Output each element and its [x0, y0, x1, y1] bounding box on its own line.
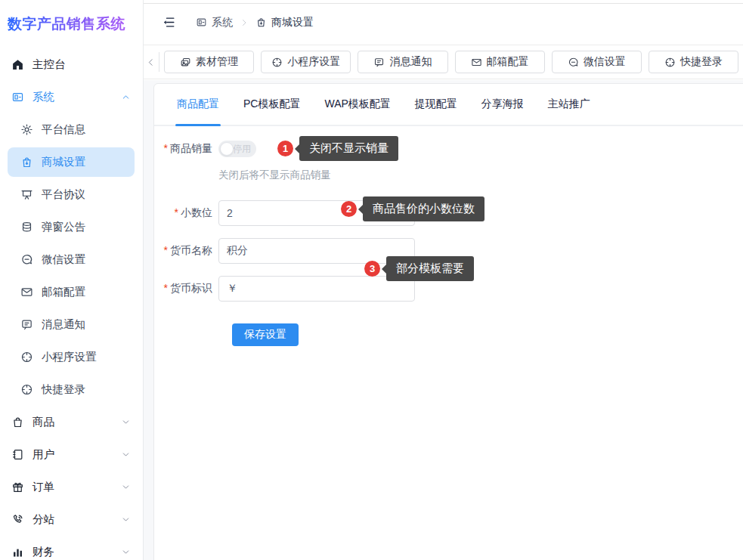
sidebar-item-console[interactable]: 主控台: [0, 48, 143, 81]
globe-icon: [664, 57, 676, 68]
divider: [159, 52, 159, 72]
sidebar-item-miniprogram-settings[interactable]: 小程序设置: [0, 341, 143, 373]
sidebar-item-goods[interactable]: 商品: [0, 406, 143, 438]
currency-name-input[interactable]: [218, 238, 415, 264]
mail-icon: [20, 286, 33, 299]
guide-tooltip-2: 商品售价的小数位数: [363, 196, 484, 221]
tab-pc-template[interactable]: PC模板配置: [243, 84, 300, 125]
sidebar-item-wechat-settings[interactable]: 微信设置: [0, 243, 143, 276]
sidebar-item-label: 商城设置: [42, 155, 85, 169]
sidebar-item-users[interactable]: 用户: [0, 438, 143, 471]
sidebar-item-email-config[interactable]: 邮箱配置: [0, 276, 143, 308]
field-label: *货币名称: [154, 244, 212, 258]
chevron-down-icon: [121, 515, 131, 524]
breadcrumb: 系统 商城设置: [196, 16, 314, 29]
breadcrumb-item-system[interactable]: 系统: [196, 16, 233, 29]
board-icon: [20, 188, 33, 202]
toggle-state-label: 停用: [233, 143, 251, 156]
tab-share-poster[interactable]: 分享海报: [481, 84, 524, 125]
required-asterisk: *: [175, 206, 178, 218]
gear-icon: [20, 123, 33, 137]
guide-step-badge-2: 2: [341, 201, 357, 217]
sidebar-item-label: 主控台: [33, 57, 66, 72]
image-icon: [180, 57, 191, 68]
shop-bag-icon: [20, 156, 33, 169]
currency-symbol-input[interactable]: [218, 276, 415, 302]
tab-wap-template[interactable]: WAP模板配置: [324, 84, 390, 125]
guide-tooltip-3: 部分模板需要: [386, 256, 474, 281]
sidebar-item-label: 消息通知: [42, 317, 85, 332]
globe-icon: [20, 383, 33, 397]
tab-main-site-promo[interactable]: 主站推广: [548, 84, 590, 125]
content-area: 商品配置 PC模板配置 WAP模板配置 提现配置 分享海报 主站推广 *商品销量: [144, 80, 743, 560]
app-title: 数字产品销售系统: [8, 14, 125, 34]
sidebar-item-mall-settings[interactable]: 商城设置: [8, 147, 135, 177]
sidebar-item-orders[interactable]: 订单: [0, 471, 143, 503]
save-settings-button[interactable]: 保存设置: [232, 323, 299, 346]
breadcrumb-item-mall-settings[interactable]: 商城设置: [255, 16, 314, 29]
app-logo: 数字产品销售系统: [0, 0, 143, 48]
sidebar-item-platform-agreement[interactable]: 平台协议: [0, 178, 143, 211]
sidebar-item-label: 系统: [33, 90, 54, 104]
sales-toggle[interactable]: 停用: [218, 141, 256, 157]
gift-icon: [11, 481, 24, 494]
chevron-up-icon: [121, 92, 131, 102]
sidebar-item-label: 财务: [33, 545, 54, 559]
main-area: 系统 商城设置 素材管理 小程序设置 消息通知 邮箱配置: [144, 0, 743, 560]
tag-message-notify[interactable]: 消息通知: [358, 51, 447, 73]
field-row-currency-symbol: *货币标识: [154, 276, 415, 302]
tag-wechat-settings[interactable]: 微信设置: [552, 51, 642, 73]
sidebar-item-branch[interactable]: 分站: [0, 503, 143, 536]
guide-step-badge-1: 1: [277, 141, 293, 156]
toggle-knob: [220, 142, 234, 156]
sidebar-item-label: 弹窗公告: [42, 220, 85, 234]
sales-help-text: 关闭后将不显示商品销量: [218, 169, 331, 182]
app-window: 数字产品销售系统 主控台 系统 平台信息 商城设置 平台协议 弹窗公告: [0, 0, 743, 560]
chevron-down-icon: [121, 547, 131, 557]
chat-icon: [20, 253, 33, 267]
header-bar: 系统 商城设置: [144, 0, 743, 45]
sidebar-item-label: 用户: [33, 447, 54, 462]
chat-icon: [568, 57, 579, 68]
notebook-icon: [11, 448, 24, 462]
chevron-down-icon: [121, 450, 131, 459]
sidebar-item-label: 商品: [33, 415, 54, 429]
tab-goods-config[interactable]: 商品配置: [177, 84, 219, 125]
tag-email-config[interactable]: 邮箱配置: [455, 51, 545, 73]
field-label: *货币标识: [154, 282, 212, 295]
sidebar-item-label: 订单: [33, 480, 54, 494]
sidebar-item-finance[interactable]: 财务: [0, 536, 143, 560]
tab-withdraw-config[interactable]: 提现配置: [415, 84, 457, 125]
sidebar-item-label: 平台信息: [42, 122, 85, 137]
quick-tag-bar: 素材管理 小程序设置 消息通知 邮箱配置 微信设置 快捷登录: [144, 45, 743, 79]
settings-tabs: 商品配置 PC模板配置 WAP模板配置 提现配置 分享海报 主站推广: [154, 84, 743, 126]
sidebar-item-quick-login[interactable]: 快捷登录: [0, 373, 143, 406]
chevron-down-icon: [121, 482, 131, 492]
sidebar-item-platform-info[interactable]: 平台信息: [0, 113, 143, 146]
sidebar-item-message-notify[interactable]: 消息通知: [0, 308, 143, 341]
required-asterisk: *: [164, 142, 168, 154]
sidebar-item-system[interactable]: 系统: [0, 81, 143, 113]
settings-card: 商品配置 PC模板配置 WAP模板配置 提现配置 分享海报 主站推广 *商品销量: [153, 83, 743, 560]
tag-material-manage[interactable]: 素材管理: [164, 51, 254, 73]
chevron-right-icon: [240, 18, 249, 27]
scroll-left-icon[interactable]: [145, 57, 156, 67]
required-asterisk: *: [164, 282, 168, 294]
guide-step-badge-3: 3: [364, 261, 380, 277]
field-row-sales: *商品销量 停用: [154, 140, 256, 158]
tag-quick-login[interactable]: 快捷登录: [649, 51, 738, 73]
sidebar-collapse-icon[interactable]: [162, 15, 176, 29]
bag-icon: [11, 416, 24, 429]
globe-icon: [271, 57, 283, 68]
sidebar-item-label: 快捷登录: [42, 382, 85, 397]
field-label: *商品销量: [154, 142, 212, 156]
field-row-currency-name: *货币名称: [154, 238, 415, 264]
home-icon: [11, 58, 24, 72]
field-label: *小数位: [154, 206, 212, 220]
sidebar-item-popup-notice[interactable]: 弹窗公告: [0, 211, 143, 243]
grid-icon: [11, 91, 24, 104]
bar-chart-icon: [11, 546, 24, 559]
tag-miniprogram-settings[interactable]: 小程序设置: [261, 51, 351, 73]
chevron-down-icon: [121, 417, 131, 427]
required-asterisk: *: [164, 244, 168, 256]
